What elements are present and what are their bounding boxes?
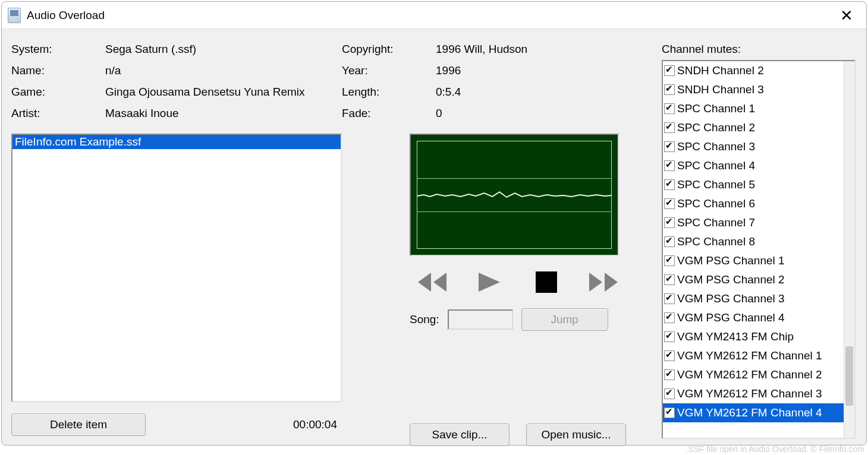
meta-value-year: 1996: [436, 64, 650, 77]
app-window: Audio Overload ✕ System:Sega Saturn (.ss…: [1, 1, 867, 445]
checkbox-icon[interactable]: [664, 179, 675, 190]
checkbox-icon[interactable]: [664, 407, 675, 418]
channel-label: SPC Channel 1: [677, 102, 755, 115]
channel-mutes-panel: Channel mutes: SNDH Channel 2SNDH Channe…: [650, 39, 856, 439]
playlist-panel: FileInfo.com Example.ssf Delete item 00:…: [11, 134, 342, 439]
channel-item[interactable]: SPC Channel 3: [663, 137, 844, 156]
channel-label: SPC Channel 4: [677, 159, 755, 172]
meta-value-length: 0:5.4: [436, 86, 650, 99]
channel-label: VGM YM2413 FM Chip: [677, 330, 794, 343]
meta-value-fade: 0: [436, 107, 650, 120]
channel-mutes-title: Channel mutes:: [662, 39, 856, 60]
channel-label: VGM PSG Channel 1: [677, 254, 785, 267]
channel-item[interactable]: VGM PSG Channel 4: [663, 308, 844, 327]
footer-credit: .SSF file open in Audio Overload. © File…: [685, 444, 864, 454]
meta-label-year: Year:: [342, 64, 436, 77]
channel-mutes-list[interactable]: SNDH Channel 2SNDH Channel 3SPC Channel …: [662, 60, 856, 439]
transport-controls: [410, 264, 646, 300]
checkbox-icon[interactable]: [664, 293, 675, 304]
channel-label: VGM PSG Channel 2: [677, 273, 785, 286]
meta-value-name: n/a: [105, 64, 342, 77]
titlebar: Audio Overload ✕: [2, 2, 866, 29]
close-icon[interactable]: ✕: [835, 5, 858, 26]
checkbox-icon[interactable]: [664, 84, 675, 95]
elapsed-time: 00:00:04: [293, 418, 342, 431]
window-title: Audio Overload: [27, 9, 105, 22]
meta-label-length: Length:: [342, 86, 436, 99]
checkbox-icon[interactable]: [664, 122, 675, 133]
channel-item[interactable]: SPC Channel 1: [663, 99, 844, 118]
svg-marker-0: [418, 273, 431, 292]
channel-label: VGM YM2612 FM Channel 3: [677, 387, 822, 400]
checkbox-icon[interactable]: [664, 236, 675, 247]
channel-item[interactable]: SPC Channel 8: [663, 232, 844, 251]
checkbox-icon[interactable]: [664, 369, 675, 380]
channel-item[interactable]: VGM PSG Channel 3: [663, 289, 844, 308]
channel-label: SNDH Channel 2: [677, 64, 764, 77]
channel-item[interactable]: SPC Channel 7: [663, 213, 844, 232]
jump-button[interactable]: Jump: [521, 308, 608, 331]
meta-label-artist: Artist:: [11, 107, 105, 120]
playlist-item[interactable]: FileInfo.com Example.ssf: [12, 135, 341, 149]
app-icon: [8, 8, 21, 23]
checkbox-icon[interactable]: [664, 255, 675, 266]
delete-item-button[interactable]: Delete item: [11, 413, 146, 436]
meta-label-game: Game:: [11, 86, 105, 99]
song-label: Song:: [410, 313, 439, 326]
meta-label-copyright: Copyright:: [342, 43, 436, 56]
playback-panel: Song: Jump Save clip... Open music...: [342, 134, 650, 439]
play-button[interactable]: [468, 267, 511, 297]
oscilloscope: [410, 134, 619, 256]
open-music-button[interactable]: Open music...: [526, 424, 626, 446]
channel-label: VGM PSG Channel 4: [677, 311, 785, 324]
checkbox-icon[interactable]: [664, 274, 675, 285]
channel-item[interactable]: SPC Channel 2: [663, 118, 844, 137]
meta-label-system: System:: [11, 43, 105, 56]
channel-item[interactable]: VGM YM2612 FM Channel 4: [663, 403, 844, 422]
channel-item[interactable]: SPC Channel 5: [663, 175, 844, 194]
scrollbar-thumb[interactable]: [845, 346, 853, 406]
checkbox-icon[interactable]: [664, 65, 675, 76]
checkbox-icon[interactable]: [664, 103, 675, 114]
svg-marker-1: [433, 273, 446, 292]
checkbox-icon[interactable]: [664, 331, 675, 342]
channel-item[interactable]: VGM PSG Channel 2: [663, 270, 844, 289]
channel-item[interactable]: VGM YM2612 FM Channel 3: [663, 384, 844, 403]
metadata-right: Copyright:1996 Will, Hudson Year:1996 Le…: [342, 39, 650, 124]
playlist-box[interactable]: FileInfo.com Example.ssf: [11, 134, 342, 402]
channel-item[interactable]: SNDH Channel 2: [663, 61, 844, 80]
channel-item[interactable]: VGM YM2413 FM Chip: [663, 327, 844, 346]
channel-scrollbar[interactable]: [844, 61, 854, 438]
channel-item[interactable]: VGM YM2612 FM Channel 1: [663, 346, 844, 365]
checkbox-icon[interactable]: [664, 350, 675, 361]
save-clip-button[interactable]: Save clip...: [410, 424, 510, 446]
stop-button[interactable]: [525, 267, 568, 297]
channel-label: VGM PSG Channel 3: [677, 292, 785, 305]
checkbox-icon[interactable]: [664, 217, 675, 228]
channel-item[interactable]: SPC Channel 4: [663, 156, 844, 175]
checkbox-icon[interactable]: [664, 198, 675, 209]
svg-marker-5: [605, 273, 618, 292]
channel-item[interactable]: SPC Channel 6: [663, 194, 844, 213]
channel-label: SPC Channel 7: [677, 216, 755, 229]
meta-value-game: Ginga Ojousama Densetsu Yuna Remix: [105, 86, 342, 99]
channel-label: VGM YM2612 FM Channel 4: [677, 406, 822, 419]
channel-label: SPC Channel 8: [677, 235, 755, 248]
channel-item[interactable]: SNDH Channel 3: [663, 80, 844, 99]
channel-item[interactable]: VGM PSG Channel 1: [663, 251, 844, 270]
prev-button[interactable]: [411, 267, 454, 297]
channel-item[interactable]: VGM YM2612 FM Channel 2: [663, 365, 844, 384]
channel-label: SPC Channel 3: [677, 140, 755, 153]
channel-label: SNDH Channel 3: [677, 83, 764, 96]
next-button[interactable]: [582, 267, 625, 297]
channel-label: SPC Channel 5: [677, 178, 755, 191]
checkbox-icon[interactable]: [664, 388, 675, 399]
meta-label-fade: Fade:: [342, 107, 436, 120]
svg-marker-4: [589, 273, 602, 292]
checkbox-icon[interactable]: [664, 141, 675, 152]
checkbox-icon[interactable]: [664, 160, 675, 171]
checkbox-icon[interactable]: [664, 312, 675, 323]
metadata-left: System:Sega Saturn (.ssf) Name:n/a Game:…: [8, 39, 342, 124]
song-input[interactable]: [448, 309, 513, 330]
channel-label: SPC Channel 2: [677, 121, 755, 134]
